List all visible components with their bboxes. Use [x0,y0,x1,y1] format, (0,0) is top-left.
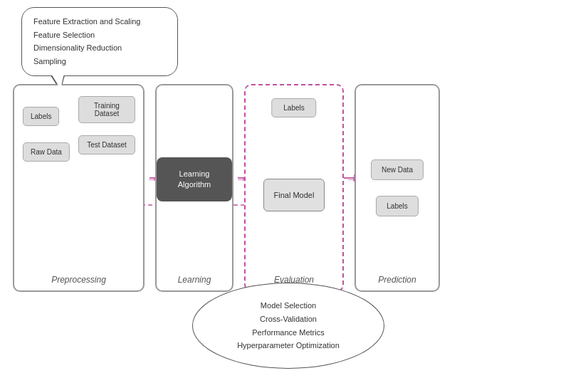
learning-algorithm-box: Learning Algorithm [157,157,232,202]
prediction-stage: New Data Labels Prediction [355,84,440,292]
learning-label: Learning [157,275,232,285]
preprocessing-label: Preprocessing [14,275,143,285]
preprocessing-rawdata-box: Raw Data [23,142,70,162]
training-dataset-box: Training Dataset [78,96,135,123]
ellipse-line-1: Model Selection [213,299,364,313]
arrow-prep-to-learn: → [147,173,158,186]
preprocessing-stage: Labels Raw Data Training Dataset Test Da… [13,84,145,292]
ellipse-line-4: Hyperparameter Optimization [213,339,364,352]
main-canvas: Feature Extraction and Scaling Feature S… [0,0,588,383]
new-data-box: New Data [371,159,424,180]
prediction-labels-box: Labels [376,196,418,216]
prediction-label: Prediction [356,275,439,285]
preprocessing-labels-box: Labels [23,107,59,126]
bubble-line-1: Feature Extraction and Scaling [33,15,166,28]
arrow-eval-to-pred: → [346,173,357,186]
bubble-line-2: Feature Selection [33,28,166,42]
evaluation-bubble: Model Selection Cross-Validation Perform… [192,283,384,369]
final-model-box: Final Model [263,179,325,211]
test-dataset-box: Test Dataset [78,135,135,154]
arrow-learn-to-eval: → [236,173,247,186]
bubble-line-3: Dimensionality Reduction [33,41,166,55]
ellipse-line-2: Cross-Validation [213,313,364,326]
evaluation-stage: Labels Final Model Evaluation [244,84,344,292]
evaluation-labels-box: Labels [271,98,316,117]
learning-stage: Learning Algorithm Learning [155,84,233,292]
ellipse-line-3: Performance Metrics [213,326,364,340]
bubble-line-4: Sampling [33,55,166,68]
preprocessing-bubble: Feature Extraction and Scaling Feature S… [21,7,178,76]
